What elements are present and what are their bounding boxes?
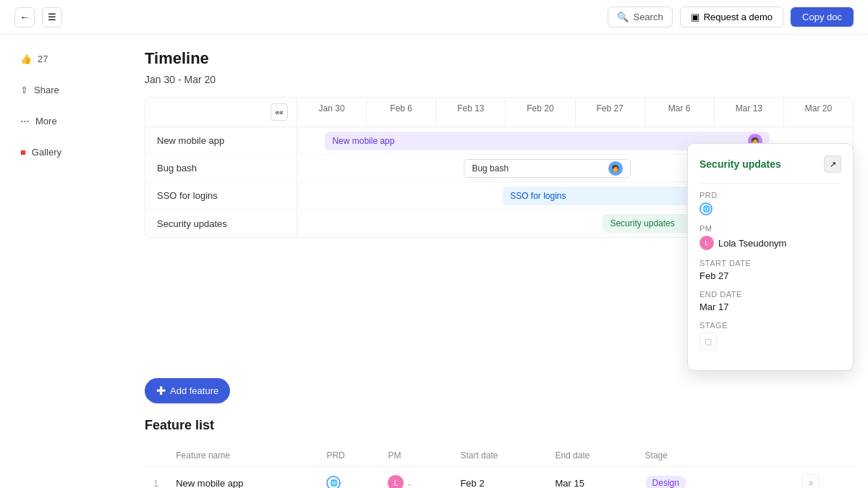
collapse-button[interactable]: «« <box>271 103 288 121</box>
timeline-label-sso: SSO for logins <box>145 182 297 209</box>
popup-prd-label: PRD <box>699 191 841 200</box>
table-row: 1 New mobile app 🌐 L ⌄ Feb 2 Mar 15 Desi… <box>145 467 854 489</box>
sidebar: 👍 27 ⇧ Share ⋯ More ■ Gallery <box>0 35 130 488</box>
month-feb13: Feb 13 <box>436 98 506 127</box>
page-title: Timeline <box>145 35 854 74</box>
timeline-label-bug-bash: Bug bash <box>145 155 297 181</box>
request-demo-label: Request a demo <box>704 12 773 22</box>
gallery-label: Gallery <box>32 147 61 158</box>
month-feb27: Feb 27 <box>576 98 645 127</box>
stage-cell-1: Design <box>637 467 794 489</box>
popup-stage-value: ▢ <box>699 333 841 350</box>
popup-expand-button[interactable]: ↗ <box>824 155 841 173</box>
popup-prd-field: PRD 🌐 <box>699 191 841 215</box>
top-bar: ← ☰ 🔍 Search ▣ Request a demo Copy doc <box>0 0 868 35</box>
bar-label-new-mobile: New mobile app <box>332 136 394 146</box>
share-icon: ⇧ <box>20 85 28 95</box>
prd-globe-icon: 🌐 <box>699 202 712 215</box>
month-feb6: Feb 6 <box>367 98 436 127</box>
month-mar20: Mar 20 <box>784 98 853 127</box>
popup-start-date-label: START DATE <box>699 259 841 267</box>
popup-start-date-field: START DATE Feb 27 <box>699 259 841 281</box>
timeline-months: Jan 30 Feb 6 Feb 13 Feb 20 Feb 27 Mar 6 … <box>297 98 853 127</box>
security-popup: Security updates ↗ PRD 🌐 PM L Lola Tseud… <box>687 143 854 371</box>
back-button[interactable]: ← <box>14 7 35 27</box>
action-cell-1: ≡ <box>793 467 854 489</box>
content-area: Timeline Jan 30 - Mar 20 «« Jan 30 Feb 6… <box>130 35 868 488</box>
main-layout: 👍 27 ⇧ Share ⋯ More ■ Gallery Timeline J… <box>0 35 868 488</box>
request-demo-button[interactable]: ▣ Request a demo <box>680 7 783 27</box>
stage-checkbox-icon[interactable]: ▢ <box>699 333 717 350</box>
copy-doc-button[interactable]: Copy doc <box>791 7 854 27</box>
pm-name: Lola Tseudonym <box>718 238 786 249</box>
popup-stage-field: STAGE ▢ <box>699 321 841 350</box>
col-actions <box>793 445 854 467</box>
demo-icon: ▣ <box>691 12 699 22</box>
view-toggle-button[interactable]: ☰ <box>42 7 62 27</box>
pm-avatar: L <box>699 236 714 250</box>
table-header-row: Feature name PRD PM Start date End date … <box>145 445 854 467</box>
popup-end-date-field: END DATE Mar 17 <box>699 290 841 312</box>
sidebar-item-likes[interactable]: 👍 27 <box>14 49 130 69</box>
row-num-1: 1 <box>145 467 167 489</box>
prd-globe-1[interactable]: 🌐 <box>326 476 341 488</box>
search-icon: 🔍 <box>617 12 629 22</box>
pm-avatar-1: L <box>388 475 404 488</box>
start-date-1: Feb 2 <box>451 467 546 489</box>
gantt-bar-bug-bash[interactable]: Bug bash 🧑 <box>464 159 630 178</box>
month-jan30: Jan 30 <box>297 98 367 127</box>
timeline-label-new-mobile: New mobile app <box>145 127 297 154</box>
popup-start-date-value: Feb 27 <box>699 270 841 281</box>
search-label: Search <box>633 12 663 22</box>
month-mar6: Mar 6 <box>645 98 715 127</box>
col-stage: Stage <box>637 445 794 467</box>
top-bar-left: ← ☰ <box>14 7 62 27</box>
popup-end-date-label: END DATE <box>699 290 841 299</box>
bar-label-bug-bash: Bug bash <box>472 163 509 174</box>
more-label: More <box>35 116 57 127</box>
bar-label-sso: SSO for logins <box>510 191 566 201</box>
col-num <box>145 445 167 467</box>
add-feature-label: Add feature <box>170 385 218 396</box>
avatar-bug-bash: 🧑 <box>608 161 623 176</box>
pm-cell-1: L ⌄ <box>379 467 451 489</box>
month-feb20: Feb 20 <box>506 98 575 127</box>
timeline-header: «« Jan 30 Feb 6 Feb 13 Feb 20 Feb 27 Mar… <box>145 98 853 127</box>
timeline-label-security: Security updates <box>145 210 297 237</box>
popup-stage-label: STAGE <box>699 321 841 330</box>
feature-table: Feature name PRD PM Start date End date … <box>145 445 854 488</box>
add-feature-icon: ✚ <box>156 384 166 398</box>
sidebar-item-share[interactable]: ⇧ Share <box>14 80 130 100</box>
feature-list-title: Feature list <box>145 418 854 433</box>
feature-name-1: New mobile app <box>167 467 318 489</box>
popup-title: Security updates <box>699 158 781 170</box>
popup-header: Security updates ↗ <box>699 155 841 173</box>
popup-prd-value: 🌐 <box>699 202 841 215</box>
action-icon-1[interactable]: ≡ <box>802 474 820 488</box>
stage-badge-1: Design <box>645 476 686 488</box>
add-feature-button[interactable]: ✚ Add feature <box>145 378 230 403</box>
month-mar13: Mar 13 <box>715 98 784 127</box>
sidebar-item-gallery[interactable]: ■ Gallery <box>14 142 130 162</box>
more-icon: ⋯ <box>20 116 30 127</box>
likes-count: 27 <box>38 53 48 64</box>
share-label: Share <box>34 85 59 95</box>
popup-pm-label: PM <box>699 224 841 233</box>
col-pm: PM <box>379 445 451 467</box>
timeline-label-col: «« <box>145 98 297 127</box>
date-range: Jan 30 - Mar 20 <box>145 74 854 97</box>
popup-end-date-value: Mar 17 <box>699 301 841 312</box>
pm-chevron-1[interactable]: ⌄ <box>407 479 412 487</box>
sidebar-item-more[interactable]: ⋯ More <box>14 111 130 131</box>
thumbs-up-icon: 👍 <box>20 53 32 64</box>
col-end-date: End date <box>546 445 636 467</box>
search-button[interactable]: 🔍 Search <box>608 7 672 27</box>
prd-cell-1: 🌐 <box>318 467 379 489</box>
gallery-icon: ■ <box>20 147 26 158</box>
popup-pm-value: L Lola Tseudonym <box>699 236 841 250</box>
bar-label-security: Security updates <box>610 218 674 228</box>
col-prd: PRD <box>318 445 379 467</box>
top-bar-right: 🔍 Search ▣ Request a demo Copy doc <box>608 7 854 27</box>
end-date-1: Mar 15 <box>546 467 636 489</box>
popup-pm-field: PM L Lola Tseudonym <box>699 224 841 250</box>
